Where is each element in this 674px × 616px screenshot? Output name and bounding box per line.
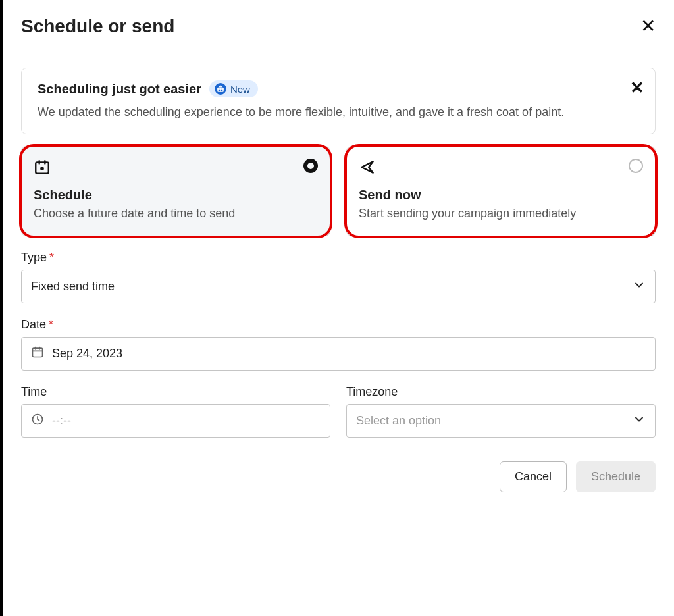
cancel-button[interactable]: Cancel	[500, 461, 567, 492]
option-card-top	[34, 159, 318, 178]
date-label: Date*	[21, 318, 656, 332]
option-send-now-title: Send now	[359, 188, 643, 203]
new-badge: New	[209, 80, 258, 97]
time-input-placeholder: --:--	[52, 414, 71, 428]
info-banner-body: We updated the scheduling experience to …	[38, 104, 606, 120]
modal-header: Schedule or send ✕	[21, 16, 656, 49]
required-indicator: *	[49, 318, 53, 331]
chevron-down-icon	[633, 413, 646, 429]
required-indicator: *	[49, 251, 54, 264]
calendar-icon	[34, 159, 51, 178]
schedule-button[interactable]: Schedule	[576, 461, 656, 492]
type-label-text: Type	[21, 251, 47, 264]
radio-selected-icon	[303, 159, 318, 173]
option-send-now-desc: Start sending your campaign immediately	[359, 205, 643, 221]
date-input[interactable]: Sep 24, 2023	[21, 337, 656, 371]
close-icon: ✕	[640, 16, 656, 36]
info-banner: Scheduling just got easier New ✕ We upda…	[21, 68, 656, 134]
date-input-value: Sep 24, 2023	[52, 347, 122, 361]
time-timezone-row: Time --:-- Timezone Select an option	[21, 385, 656, 438]
option-schedule-title: Schedule	[34, 188, 318, 203]
svg-rect-3	[33, 349, 43, 357]
date-label-text: Date	[21, 318, 46, 331]
send-icon	[359, 159, 376, 178]
close-icon: ✕	[630, 78, 644, 97]
modal-footer: Cancel Schedule	[21, 461, 656, 492]
chevron-down-icon	[633, 278, 646, 295]
type-select[interactable]: Fixed send time	[21, 270, 656, 303]
info-banner-header: Scheduling just got easier New	[38, 80, 642, 97]
type-select-value: Fixed send time	[31, 280, 115, 294]
svg-point-2	[41, 168, 43, 170]
send-mode-options: Schedule Choose a future date and time t…	[21, 146, 656, 236]
close-button[interactable]: ✕	[640, 17, 656, 36]
modal-title: Schedule or send	[21, 16, 174, 37]
time-label: Time	[21, 385, 330, 399]
option-schedule-desc: Choose a future date and time to send	[34, 205, 318, 221]
type-label: Type*	[21, 251, 656, 265]
new-badge-label: New	[230, 84, 250, 95]
option-card-top	[359, 159, 643, 178]
timezone-field: Timezone Select an option	[346, 385, 656, 438]
gift-icon	[215, 83, 226, 95]
info-banner-title: Scheduling just got easier	[38, 82, 201, 97]
radio-unselected-icon	[629, 159, 643, 173]
time-field: Time --:--	[21, 385, 330, 438]
time-input[interactable]: --:--	[21, 404, 330, 438]
dismiss-banner-button[interactable]: ✕	[630, 78, 644, 98]
type-field: Type* Fixed send time	[21, 251, 656, 303]
timezone-select[interactable]: Select an option	[346, 404, 656, 438]
timezone-select-placeholder: Select an option	[356, 414, 441, 428]
clock-icon	[31, 413, 44, 429]
timezone-label: Timezone	[346, 385, 656, 399]
calendar-icon	[31, 346, 44, 362]
option-send-now[interactable]: Send now Start sending your campaign imm…	[346, 146, 656, 236]
option-schedule[interactable]: Schedule Choose a future date and time t…	[21, 146, 330, 236]
date-field: Date* Sep 24, 2023	[21, 318, 656, 371]
